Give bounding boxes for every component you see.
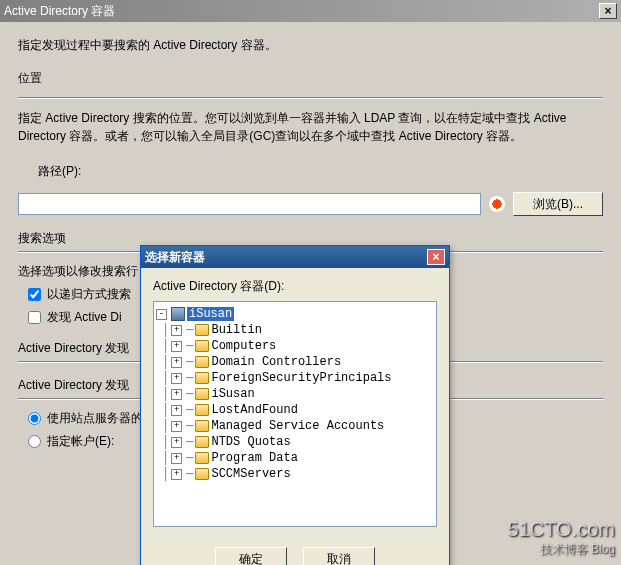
site-server-label: 使用站点服务器的 — [47, 410, 143, 427]
folder-icon — [195, 436, 209, 448]
divider — [18, 97, 603, 99]
tree-root-label[interactable]: iSusan — [187, 307, 234, 321]
expand-icon[interactable]: + — [171, 469, 182, 480]
container-tree[interactable]: - iSusan │+─ Builtin│+─ Computers│+─ Dom… — [153, 301, 437, 527]
tree-line-icon: │ — [162, 467, 169, 481]
recursive-checkbox[interactable] — [28, 288, 41, 301]
warning-icon — [489, 196, 505, 212]
tree-connector-icon: ─ — [186, 387, 193, 401]
tree-connector-icon: ─ — [186, 435, 193, 449]
close-icon[interactable]: × — [599, 3, 617, 19]
location-label: 位置 — [18, 70, 603, 87]
tree-connector-icon: ─ — [186, 339, 193, 353]
folder-icon — [195, 324, 209, 336]
tree-item-label[interactable]: iSusan — [211, 387, 254, 401]
tree-line-icon: │ — [162, 419, 169, 433]
tree-item-label[interactable]: Computers — [211, 339, 276, 353]
collapse-icon[interactable]: - — [156, 309, 167, 320]
tree-connector-icon: ─ — [186, 403, 193, 417]
tree-item[interactable]: │+─ ForeignSecurityPrincipals — [156, 370, 434, 386]
folder-icon — [195, 468, 209, 480]
tree-item-label[interactable]: Builtin — [211, 323, 261, 337]
tree-item[interactable]: │+─ Computers — [156, 338, 434, 354]
tree-item-label[interactable]: Domain Controllers — [211, 355, 341, 369]
expand-icon[interactable]: + — [171, 437, 182, 448]
tree-connector-icon: ─ — [186, 419, 193, 433]
tree-root[interactable]: - iSusan — [156, 306, 434, 322]
tree-connector-icon: ─ — [186, 355, 193, 369]
close-icon[interactable]: × — [427, 249, 445, 265]
folder-icon — [195, 404, 209, 416]
expand-icon[interactable]: + — [171, 405, 182, 416]
tree-line-icon: │ — [162, 387, 169, 401]
specify-account-radio[interactable] — [28, 435, 41, 448]
expand-icon[interactable]: + — [171, 341, 182, 352]
watermark-sub: 技术博客 Blog — [508, 539, 615, 559]
folder-icon — [195, 388, 209, 400]
instruction-text: 指定发现过程中要搜索的 Active Directory 容器。 — [18, 36, 603, 54]
expand-icon[interactable]: + — [171, 357, 182, 368]
window-title: Active Directory 容器 — [4, 3, 115, 20]
tree-item[interactable]: │+─ LostAndFound — [156, 402, 434, 418]
expand-icon[interactable]: + — [171, 389, 182, 400]
select-container-dialog: 选择新容器 × Active Directory 容器(D): - iSusan… — [140, 245, 450, 565]
tree-item[interactable]: │+─ Managed Service Accounts — [156, 418, 434, 434]
folder-icon — [195, 340, 209, 352]
expand-icon[interactable]: + — [171, 453, 182, 464]
tree-line-icon: │ — [162, 339, 169, 353]
tree-line-icon: │ — [162, 323, 169, 337]
folder-icon — [195, 356, 209, 368]
tree-item-label[interactable]: SCCMServers — [211, 467, 290, 481]
tree-connector-icon: ─ — [186, 371, 193, 385]
tree-connector-icon: ─ — [186, 323, 193, 337]
expand-icon[interactable]: + — [171, 373, 182, 384]
tree-line-icon: │ — [162, 435, 169, 449]
tree-line-icon: │ — [162, 451, 169, 465]
dialog-title: 选择新容器 — [145, 249, 205, 266]
tree-item-label[interactable]: Program Data — [211, 451, 297, 465]
tree-line-icon: │ — [162, 403, 169, 417]
location-description: 指定 Active Directory 搜索的位置。您可以浏览到单一容器并输入 … — [18, 109, 603, 145]
path-input[interactable] — [18, 193, 481, 215]
tree-item-label[interactable]: NTDS Quotas — [211, 435, 290, 449]
domain-icon — [171, 307, 185, 321]
tree-line-icon: │ — [162, 371, 169, 385]
tree-item[interactable]: │+─ SCCMServers — [156, 466, 434, 482]
cancel-button[interactable]: 取消 — [303, 547, 375, 565]
ok-button[interactable]: 确定 — [215, 547, 287, 565]
discover-label: 发现 Active Di — [47, 309, 122, 326]
tree-item[interactable]: │+─ Program Data — [156, 450, 434, 466]
tree-connector-icon: ─ — [186, 451, 193, 465]
specify-account-label: 指定帐户(E): — [47, 433, 114, 450]
folder-icon — [195, 452, 209, 464]
tree-connector-icon: ─ — [186, 467, 193, 481]
tree-item[interactable]: │+─ iSusan — [156, 386, 434, 402]
watermark: 51CTO.com 技术博客 Blog — [508, 519, 615, 559]
expand-icon[interactable]: + — [171, 325, 182, 336]
discover-checkbox[interactable] — [28, 311, 41, 324]
dialog-prompt: Active Directory 容器(D): — [153, 278, 437, 295]
tree-item[interactable]: │+─ Domain Controllers — [156, 354, 434, 370]
folder-icon — [195, 372, 209, 384]
folder-icon — [195, 420, 209, 432]
tree-item-label[interactable]: LostAndFound — [211, 403, 297, 417]
recursive-label: 以递归方式搜索 — [47, 286, 131, 303]
tree-item[interactable]: │+─ NTDS Quotas — [156, 434, 434, 450]
tree-line-icon: │ — [162, 355, 169, 369]
watermark-main: 51CTO.com — [508, 519, 615, 539]
site-server-radio[interactable] — [28, 412, 41, 425]
expand-icon[interactable]: + — [171, 421, 182, 432]
path-label: 路径(P): — [38, 163, 603, 180]
tree-item-label[interactable]: ForeignSecurityPrincipals — [211, 371, 391, 385]
browse-button[interactable]: 浏览(B)... — [513, 192, 603, 216]
tree-item-label[interactable]: Managed Service Accounts — [211, 419, 384, 433]
window-titlebar: Active Directory 容器 × — [0, 0, 621, 22]
dialog-titlebar: 选择新容器 × — [141, 246, 449, 268]
tree-item[interactable]: │+─ Builtin — [156, 322, 434, 338]
